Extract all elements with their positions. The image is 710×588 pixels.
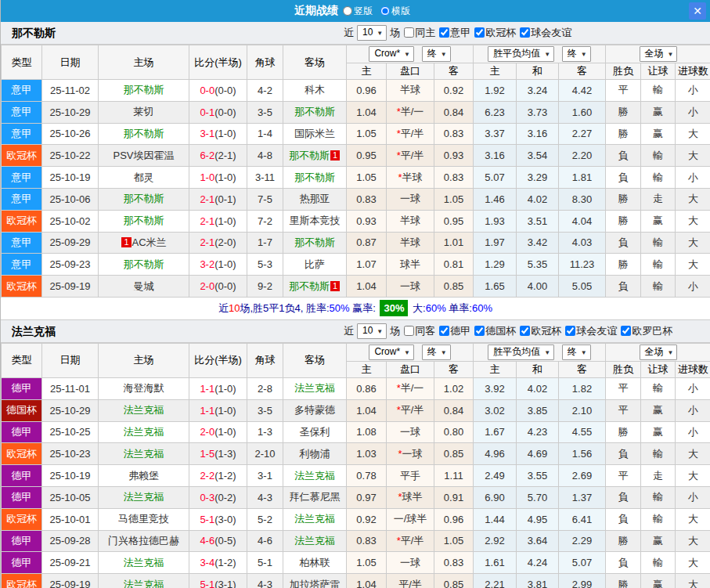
outcome-result: 平	[606, 465, 641, 487]
goals-result: 大	[676, 188, 710, 210]
bookmaker-select[interactable]: Crow*▼	[369, 345, 414, 360]
col-away: 客场	[283, 343, 347, 377]
corners: 4-3	[247, 574, 283, 588]
league-badge: 欧冠杯	[2, 443, 42, 465]
league-badge: 意甲	[2, 188, 42, 210]
summary-text: 近	[218, 302, 229, 314]
league-filter-group: 同主意甲欧冠杯球会友谊	[400, 26, 571, 41]
asian-handicap: *半球	[387, 167, 434, 189]
asian-away-odds: 0.83	[434, 123, 474, 145]
league-filter-德甲[interactable]: 德甲	[437, 324, 470, 338]
match-count-select[interactable]: 10▼	[357, 323, 387, 339]
match-date: 25-10-25	[42, 421, 99, 443]
avg-home-odds: 3.16	[474, 145, 517, 167]
frankfurt-matches-table: 类型 日期 主场 比分(半场) 角球 客场 Crow*▼ 终▼ 胜平负均值▼ 终…	[1, 343, 710, 588]
asian-handicap: *半/一	[387, 101, 434, 123]
sub-away-odds: 客	[434, 63, 474, 80]
scope-select[interactable]: 全场▼	[640, 46, 678, 62]
avg-away-odds: 1.56	[559, 443, 606, 465]
league-filter-欧冠杯[interactable]: 欧冠杯	[517, 324, 561, 338]
odds-stage-select[interactable]: 终▼	[422, 46, 451, 62]
radio-vertical-layout[interactable]: 竖版	[343, 5, 373, 18]
goals-result: 小	[676, 276, 710, 298]
handicap-result: 輸	[641, 254, 676, 276]
col-away: 客场	[283, 45, 347, 80]
league-filter-球会友谊[interactable]: 球会友谊	[563, 324, 617, 338]
home-team: 莱切	[99, 101, 189, 123]
avg-stage-select[interactable]: 终▼	[562, 46, 591, 62]
home-team: 那不勒斯	[99, 254, 189, 276]
scope-select[interactable]: 全场▼	[640, 345, 678, 360]
sub-handicap-result: 让球	[641, 63, 676, 80]
league-filter-球会友谊[interactable]: 球会友谊	[517, 26, 571, 40]
league-filter-德国杯[interactable]: 德国杯	[472, 324, 516, 338]
corners: 4-8	[247, 145, 283, 167]
filter-checkbox[interactable]	[621, 326, 631, 336]
league-filter-欧罗巴杯[interactable]: 欧罗巴杯	[618, 324, 672, 338]
away-team: 法兰克福	[283, 530, 347, 552]
avg-away-odds: 2.99	[559, 574, 606, 588]
asian-away-odds: 0.81	[434, 254, 474, 276]
avg-select[interactable]: 胜平负均值▼	[488, 345, 554, 360]
col-date: 日期	[42, 45, 99, 80]
league-filter-欧冠杯[interactable]: 欧冠杯	[472, 26, 516, 40]
match-row: 欧冠杯25-10-22PSV埃因霍温6-2(2-1)4-8那不勒斯10.95*平…	[2, 145, 710, 167]
avg-home-odds: 1.92	[474, 80, 517, 102]
home-team: 法兰克福	[99, 574, 189, 588]
asian-away-odds: 0.96	[434, 508, 474, 530]
filter-checkbox[interactable]	[520, 27, 530, 38]
corners: 4-6	[247, 530, 283, 552]
same-venue-filter[interactable]: 同主	[402, 26, 435, 40]
col-home: 主场	[99, 343, 189, 377]
score: 2-0(0-0)	[189, 276, 247, 298]
filter-checkbox[interactable]	[404, 326, 414, 336]
avg-controls: 胜平负均值▼ 终▼	[474, 343, 606, 361]
handicap-result: 輸	[641, 552, 676, 574]
avg-stage-select[interactable]: 终▼	[562, 345, 591, 360]
corners: 9-2	[247, 276, 283, 298]
goals-result: 大	[676, 210, 710, 232]
filter-checkbox[interactable]	[439, 27, 449, 38]
filter-checkbox[interactable]	[520, 326, 530, 336]
outcome-result: 平	[606, 377, 641, 399]
avg-select[interactable]: 胜平负均值▼	[488, 46, 554, 62]
league-filter-意甲[interactable]: 意甲	[437, 26, 470, 40]
same-venue-filter[interactable]: 同客	[402, 324, 435, 338]
match-date: 25-10-06	[42, 188, 99, 210]
asian-handicap: 一球	[387, 552, 434, 574]
filter-checkbox[interactable]	[474, 326, 485, 336]
match-row: 意甲25-10-29莱切0-1(0-0)3-5那不勒斯1.04*半/一0.846…	[2, 101, 710, 123]
corners: 3-5	[247, 399, 283, 421]
away-team: 那不勒斯1	[283, 145, 347, 167]
goals-result: 小	[676, 421, 710, 443]
filter-checkbox[interactable]	[474, 27, 485, 38]
match-row: 意甲25-09-23那不勒斯3-2(1-0)5-3比萨1.07球半0.811.2…	[2, 254, 710, 276]
panel-title: 近期战绩	[294, 4, 338, 18]
corners: 7-2	[247, 210, 283, 232]
asian-home-odds: 0.83	[347, 188, 387, 210]
avg-home-odds: 3.92	[474, 377, 517, 399]
handicap-result: 輸	[641, 232, 676, 254]
asian-away-odds: 1.05	[434, 188, 474, 210]
odds-stage-select[interactable]: 终▼	[422, 345, 451, 360]
radio-vertical-input[interactable]	[343, 6, 352, 16]
bookmaker-select[interactable]: Crow*▼	[369, 46, 414, 62]
goals-result: 小	[676, 486, 710, 508]
summary-bar: 近10场,胜5平1负4, 胜率:50% 赢率: 30% 大:60% 单率:60%	[1, 298, 710, 320]
match-count-select[interactable]: 10▼	[357, 25, 387, 41]
home-team: 那不勒斯	[99, 188, 189, 210]
asian-home-odds: 0.92	[347, 508, 387, 530]
away-team: 那不勒斯	[283, 232, 347, 254]
radio-horizontal-input[interactable]	[380, 6, 390, 16]
avg-home-odds: 2.21	[474, 574, 517, 588]
filter-checkbox[interactable]	[565, 326, 575, 336]
filter-checkbox[interactable]	[439, 326, 449, 336]
corners: 3-5	[247, 101, 283, 123]
close-button[interactable]: ✕	[689, 2, 706, 20]
sub-outcome: 胜负	[606, 63, 641, 80]
avg-draw-odds: 5.35	[517, 254, 559, 276]
sub-away-odds: 客	[434, 361, 474, 377]
filter-checkbox[interactable]	[404, 27, 414, 38]
radio-horizontal-layout[interactable]: 横版	[380, 5, 410, 18]
match-row: 意甲25-10-06那不勒斯2-1(0-1)7-5热那亚0.83一球1.051.…	[2, 188, 710, 210]
